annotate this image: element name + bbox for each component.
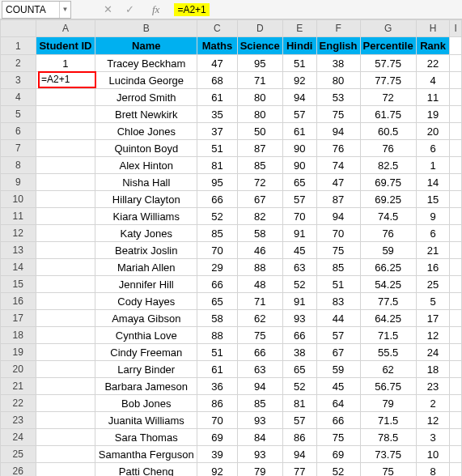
cell[interactable] xyxy=(450,72,462,89)
name-box[interactable]: COUNTA ▼ xyxy=(2,1,71,19)
row-header[interactable]: 13 xyxy=(1,242,36,259)
cell[interactable] xyxy=(36,225,95,242)
cell[interactable] xyxy=(450,225,462,242)
cell[interactable] xyxy=(450,412,462,429)
cell[interactable]: Brett Newkirk xyxy=(95,106,197,123)
cell[interactable]: 71 xyxy=(237,72,282,89)
cell[interactable] xyxy=(450,157,462,174)
cell[interactable] xyxy=(36,259,95,276)
cell[interactable]: 75 xyxy=(316,106,360,123)
row-header[interactable]: 19 xyxy=(1,344,36,361)
col-header[interactable]: C xyxy=(197,20,237,37)
cell[interactable] xyxy=(450,276,462,293)
cell[interactable] xyxy=(450,174,462,191)
cell[interactable]: 48 xyxy=(237,276,282,293)
cell[interactable]: 62 xyxy=(360,361,416,378)
cell[interactable] xyxy=(450,395,462,412)
cell[interactable]: 50 xyxy=(237,123,282,140)
cell[interactable]: 6 xyxy=(416,140,450,157)
cell[interactable]: 44 xyxy=(316,310,360,327)
cell[interactable]: 69 xyxy=(197,429,237,446)
cell[interactable]: 18 xyxy=(416,361,450,378)
cell[interactable]: 64.25 xyxy=(360,310,416,327)
cell[interactable] xyxy=(450,140,462,157)
fx-icon[interactable]: fx xyxy=(147,3,167,16)
cell[interactable] xyxy=(450,259,462,276)
row-header[interactable]: 5 xyxy=(1,106,36,123)
cell[interactable]: 91 xyxy=(282,225,316,242)
row-header[interactable]: 22 xyxy=(1,395,36,412)
cell[interactable] xyxy=(450,446,462,463)
cell[interactable]: Sara Thomas xyxy=(95,429,197,446)
cell[interactable]: 61 xyxy=(197,361,237,378)
cell[interactable]: 81 xyxy=(282,395,316,412)
cell[interactable]: 66 xyxy=(237,344,282,361)
cell[interactable]: Cody Hayes xyxy=(95,293,197,310)
cell[interactable]: Samantha Ferguson xyxy=(95,446,197,463)
name-box-dropdown-icon[interactable]: ▼ xyxy=(59,2,70,18)
cell[interactable] xyxy=(36,446,95,463)
cell[interactable]: 25 xyxy=(416,276,450,293)
cell[interactable]: 57.75 xyxy=(360,55,416,72)
cell[interactable] xyxy=(36,293,95,310)
cell[interactable]: 65 xyxy=(282,174,316,191)
cell[interactable]: 66.25 xyxy=(360,259,416,276)
cell[interactable]: 71.5 xyxy=(360,412,416,429)
cell[interactable]: 90 xyxy=(282,140,316,157)
formula-text[interactable]: =A2+1 xyxy=(174,3,209,16)
cell[interactable]: 75 xyxy=(316,429,360,446)
cell[interactable]: 88 xyxy=(237,259,282,276)
cell[interactable]: Nisha Hall xyxy=(95,174,197,191)
cell[interactable]: 75 xyxy=(237,327,282,344)
cell[interactable] xyxy=(36,276,95,293)
cell[interactable] xyxy=(36,72,95,89)
cell[interactable]: 5 xyxy=(416,293,450,310)
cell[interactable]: 9 xyxy=(416,208,450,225)
cell[interactable]: 51 xyxy=(197,140,237,157)
cell[interactable]: 90 xyxy=(282,157,316,174)
cell[interactable]: 66 xyxy=(197,191,237,208)
cell[interactable]: 20 xyxy=(416,123,450,140)
cell[interactable]: 88 xyxy=(197,327,237,344)
cell[interactable]: 83 xyxy=(316,293,360,310)
cell[interactable]: 85 xyxy=(316,259,360,276)
cell[interactable]: 52 xyxy=(282,378,316,395)
row-header[interactable]: 4 xyxy=(1,89,36,106)
cell[interactable]: 11 xyxy=(416,89,450,106)
cell[interactable]: 79 xyxy=(360,395,416,412)
row-header[interactable]: 9 xyxy=(1,174,36,191)
cell[interactable]: 80 xyxy=(237,89,282,106)
cell[interactable]: 47 xyxy=(197,55,237,72)
row-header[interactable]: 18 xyxy=(1,327,36,344)
col-header[interactable]: G xyxy=(360,20,416,37)
cell[interactable]: Mariah Allen xyxy=(95,259,197,276)
cell[interactable]: 4 xyxy=(416,72,450,89)
cell[interactable]: 74 xyxy=(316,157,360,174)
cell[interactable]: Patti Cheng xyxy=(95,463,197,477)
cell[interactable]: 66 xyxy=(282,327,316,344)
cell[interactable] xyxy=(36,89,95,106)
row-header[interactable]: 14 xyxy=(1,259,36,276)
cell[interactable]: 52 xyxy=(282,276,316,293)
cell[interactable]: Barbara Jameson xyxy=(95,378,197,395)
cell[interactable]: 80 xyxy=(237,106,282,123)
cell[interactable]: 39 xyxy=(197,446,237,463)
cell[interactable]: 63 xyxy=(282,259,316,276)
cell[interactable]: 59 xyxy=(316,361,360,378)
cell[interactable]: 71.5 xyxy=(360,327,416,344)
cell[interactable]: 38 xyxy=(282,344,316,361)
cell[interactable]: 54.25 xyxy=(360,276,416,293)
cell[interactable]: 56.75 xyxy=(360,378,416,395)
cell[interactable]: 75 xyxy=(360,463,416,477)
cell[interactable] xyxy=(450,55,462,72)
cell[interactable] xyxy=(450,89,462,106)
cell[interactable]: 77.75 xyxy=(360,72,416,89)
cell[interactable]: 70 xyxy=(282,208,316,225)
col-header[interactable]: D xyxy=(237,20,282,37)
cell[interactable]: 38 xyxy=(316,55,360,72)
row-header[interactable]: 2 xyxy=(1,55,36,72)
col-header[interactable]: A xyxy=(36,20,95,37)
cell[interactable]: Alex Hinton xyxy=(95,157,197,174)
cell[interactable]: 93 xyxy=(282,310,316,327)
cell[interactable]: 3 xyxy=(416,429,450,446)
